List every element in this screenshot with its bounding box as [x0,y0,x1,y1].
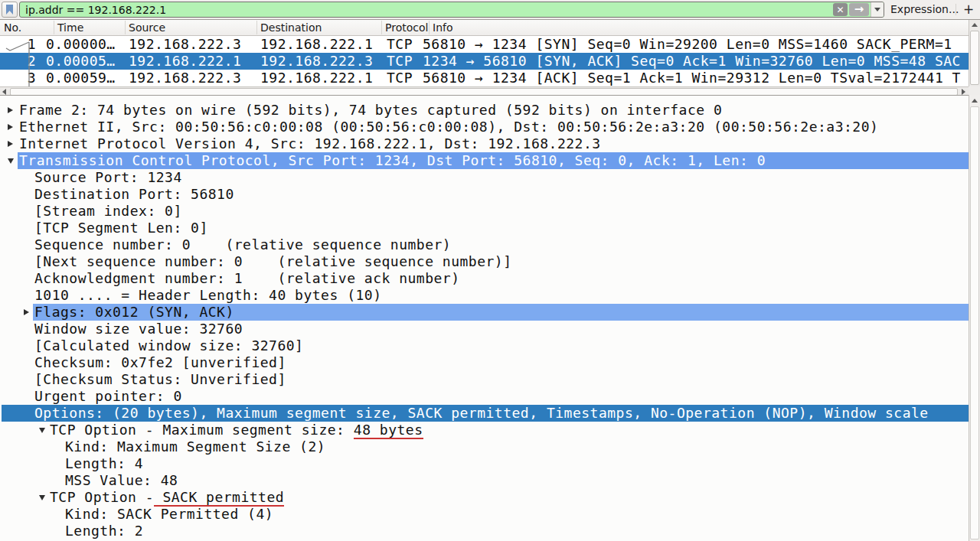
scroll-left-icon[interactable] [2,89,6,95]
packet-cell: TCP [387,70,413,86]
details-vertical-scrollbar[interactable] [969,95,980,541]
detail-row[interactable]: [Stream index: 0] [0,203,969,220]
collapse-toggle-icon[interactable] [39,428,45,433]
detail-row[interactable]: TCP Option - Maximum segment size: 48 by… [0,422,969,438]
packet-cell: 56810 → 1234 [SYN] Seq=0 Win=29200 Len=0… [423,36,968,53]
column-separator[interactable] [256,21,257,34]
detail-row[interactable]: Ethernet II, Src: 00:50:56:c0:00:08 (00:… [0,119,969,135]
detail-text: Kind: Maximum Segment Size (2) [65,438,325,455]
collapse-toggle-icon[interactable] [39,495,45,500]
detail-row[interactable]: MSS Value: 48 [0,472,969,489]
detail-row[interactable]: Flags: 0x012 (SYN, ACK) [0,304,969,321]
red-underlined-text: 48 bytes [354,422,423,439]
filter-value[interactable]: ip.addr == 192.168.222.1 [20,4,833,16]
packet-cell: 192.168.222.3 [129,36,241,53]
packet-list-horizontal-scrollbar[interactable] [0,86,969,95]
packet-list: 10.00000…192.168.222.3192.168.222.1TCP56… [0,36,969,86]
wireshark-window: ip.addr == 192.168.222.1 ✕ → Expression.… [0,0,980,541]
bookmark-icon [6,5,13,15]
collapse-toggle-icon[interactable] [8,158,14,164]
packet-list-vertical-scrollbar[interactable] [969,20,980,86]
detail-row[interactable]: Acknowledgment number: 1 (relative ack n… [0,270,969,287]
detail-row[interactable]: Length: 2 [0,523,969,539]
detail-text: [Stream index: 0] [34,203,182,220]
detail-text: Acknowledgment number: 1 (relative ack n… [34,270,460,287]
detail-row[interactable]: [Next sequence number: 0 (relative seque… [0,253,969,270]
column-separator[interactable] [54,21,54,34]
packet-cell: 192.168.222.1 [260,70,373,86]
packet-row[interactable]: 30.00059…192.168.222.3192.168.222.1TCP56… [0,70,969,86]
detail-row[interactable]: [TCP Segment Len: 0] [0,220,969,236]
filter-bookmark-button[interactable] [2,2,18,18]
add-filter-button[interactable]: + [963,2,974,17]
packet-cell: 1 [0,36,36,53]
column-separator[interactable] [429,21,430,34]
detail-row[interactable]: [Checksum Status: Unverified] [0,371,969,388]
column-header-protocol[interactable]: Protocol [385,21,428,34]
details-scroll-thumb[interactable] [970,106,979,539]
detail-row[interactable]: Checksum: 0x7fe2 [unverified] [0,354,969,371]
detail-text: Transmission Control Protocol, Src Port:… [18,152,969,169]
clear-filter-button[interactable]: ✕ [833,3,848,16]
detail-text: Flags: 0x012 (SYN, ACK) [33,304,969,321]
detail-row[interactable]: Sequence number: 0 (relative sequence nu… [0,236,969,253]
column-header-source[interactable]: Source [129,21,165,34]
detail-row[interactable]: TCP Option - SACK permitted [0,489,969,506]
detail-row[interactable]: Internet Protocol Version 4, Src: 192.16… [0,135,969,152]
detail-row[interactable]: Transmission Control Protocol, Src Port:… [0,152,969,169]
detail-text: Urgent pointer: 0 [34,388,182,405]
detail-row[interactable]: Window size value: 32760 [0,321,969,337]
detail-row[interactable]: Length: 4 [0,455,969,472]
detail-row[interactable]: Source Port: 1234 [0,169,969,186]
detail-row[interactable]: Options: (20 bytes), Maximum segment siz… [0,405,969,422]
detail-row[interactable]: Kind: Maximum Segment Size (2) [0,438,969,455]
apply-filter-button[interactable]: → [849,3,869,16]
packet-cell: TCP [387,53,413,70]
detail-text: Destination Port: 56810 [34,186,234,203]
detail-row[interactable]: 1010 .... = Header Length: 40 bytes (10) [0,287,969,304]
packet-cell: 1234 → 56810 [SYN, ACK] Seq=0 Ack=1 Win=… [423,53,968,70]
detail-text: [TCP Segment Len: 0] [34,220,208,236]
detail-row[interactable]: Urgent pointer: 0 [0,388,969,405]
filter-history-dropdown[interactable] [871,2,884,17]
scroll-right-icon[interactable] [962,89,965,95]
detail-text: MSS Value: 48 [65,472,178,489]
detail-row[interactable]: Destination Port: 56810 [0,186,969,203]
column-header-destination[interactable]: Destination [260,21,322,34]
detail-text: Sequence number: 0 (relative sequence nu… [34,236,451,253]
detail-text: TCP Option - SACK permitted [50,489,284,506]
packet-cell: TCP [387,36,413,53]
detail-text: TCP Option - Maximum segment size: 48 by… [50,422,423,438]
scroll-up-icon[interactable] [972,23,978,27]
detail-row[interactable]: Kind: SACK Permitted (4) [0,506,969,523]
detail-row[interactable]: [Calculated window size: 32760] [0,337,969,354]
packet-cell: 56810 → 1234 [ACK] Seq=1 Ack=1 Win=29312… [423,70,968,86]
scroll-up-icon[interactable] [972,99,978,103]
expand-toggle-icon[interactable] [24,309,29,315]
detail-text: [Next sequence number: 0 (relative seque… [34,253,512,270]
detail-text: Source Port: 1234 [34,169,182,186]
expand-toggle-icon[interactable] [8,141,13,147]
packet-row[interactable]: 20.00005…192.168.222.1192.168.222.3TCP12… [0,53,969,70]
column-header-time[interactable]: Time [57,21,83,34]
filter-toolbar: ip.addr == 192.168.222.1 ✕ → Expression.… [0,0,980,20]
column-separator[interactable] [381,21,382,34]
expression-button[interactable]: Expression... [890,3,959,15]
detail-text: Checksum: 0x7fe2 [unverified] [34,354,286,371]
packet-list-header: No. Time Source Destination Protocol Inf… [0,20,969,36]
detail-text: [Calculated window size: 32760] [34,337,303,354]
column-header-info[interactable]: Info [433,21,453,34]
detail-text: Window size value: 32760 [34,321,243,337]
detail-row[interactable]: Frame 2: 74 bytes on wire (592 bits), 74… [0,102,969,119]
expand-toggle-icon[interactable] [8,124,13,130]
display-filter-input[interactable]: ip.addr == 192.168.222.1 ✕ → [19,2,884,18]
packet-row[interactable]: 10.00000…192.168.222.3192.168.222.1TCP56… [0,36,969,53]
chevron-down-icon [874,8,880,11]
packet-cell: 192.168.222.3 [260,53,373,70]
detail-text: Kind: SACK Permitted (4) [65,506,273,523]
column-header-no[interactable]: No. [4,21,21,34]
expand-toggle-icon[interactable] [8,107,13,113]
vertical-scroll-thumb[interactable] [970,31,979,85]
packet-cell: 192.168.222.1 [260,36,373,53]
column-separator[interactable] [125,21,126,34]
